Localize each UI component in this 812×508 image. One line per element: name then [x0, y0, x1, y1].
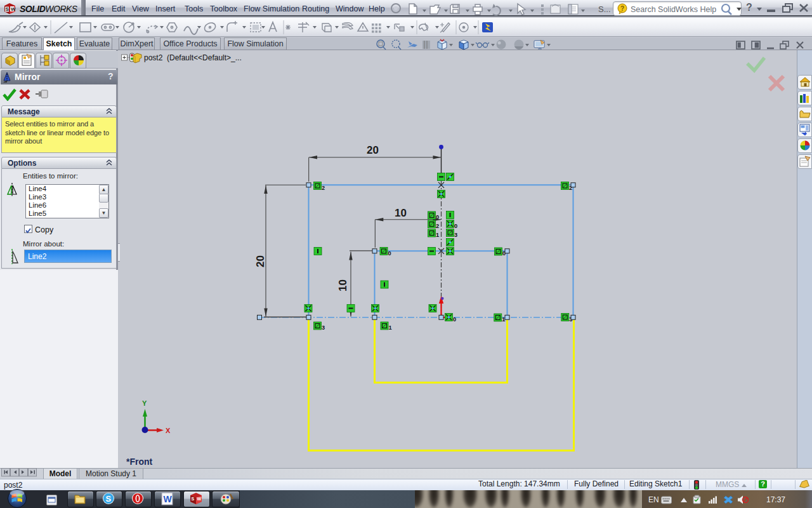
svg-text:W: W — [164, 494, 173, 504]
svg-text:1: 1 — [436, 232, 439, 238]
svg-text:1: 1 — [389, 324, 392, 331]
svg-text:10: 10 — [395, 207, 407, 219]
svg-text:20: 20 — [367, 144, 379, 156]
svg-text:S: S — [106, 494, 112, 504]
svg-text:0: 0 — [436, 214, 439, 220]
svg-text:0: 0 — [388, 250, 391, 257]
svg-text:3: 3 — [454, 232, 457, 238]
svg-text:10: 10 — [337, 279, 349, 291]
svg-text:W: W — [197, 497, 202, 501]
svg-text:0: 0 — [453, 316, 456, 323]
svg-text:?: ? — [620, 5, 624, 12]
svg-text:2: 2 — [322, 185, 325, 191]
svg-text:S: S — [192, 497, 195, 501]
svg-text:3: 3 — [322, 324, 325, 331]
svg-text:Y: Y — [142, 399, 147, 407]
svg-text:2: 2 — [436, 223, 439, 229]
svg-text:W: W — [11, 6, 16, 12]
svg-text:0: 0 — [454, 223, 457, 229]
svg-text:20: 20 — [254, 255, 266, 267]
svg-text:S: S — [6, 6, 10, 12]
svg-text:X: X — [166, 427, 171, 434]
